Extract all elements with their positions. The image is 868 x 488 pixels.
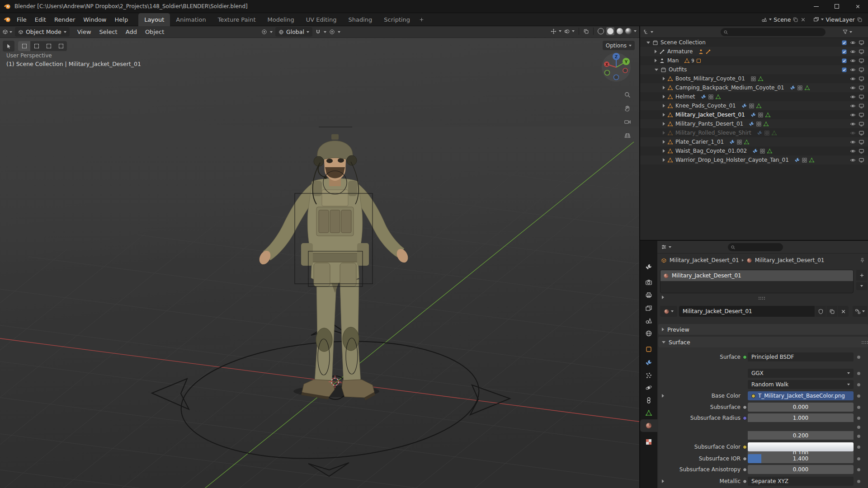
disable-render-icon[interactable] — [859, 139, 864, 145]
slot-specials-button[interactable] — [856, 282, 867, 290]
menu-edit[interactable]: Edit — [31, 13, 50, 26]
close-button[interactable] — [847, 0, 868, 13]
properties-search-input[interactable] — [728, 243, 783, 251]
use-nodes-button[interactable] — [853, 306, 867, 317]
xray-toggle-icon[interactable] — [583, 28, 589, 34]
decorator-dot[interactable] — [857, 480, 860, 483]
decorator-dot[interactable] — [857, 383, 860, 386]
outliner-row-armature[interactable]: Armature — [640, 47, 868, 56]
surface-shader-button[interactable]: Principled BSDF — [748, 352, 854, 361]
material-name-field[interactable]: Military_Jacket_Desert_01 — [679, 306, 815, 317]
decorator-dot[interactable] — [857, 426, 860, 429]
collection-checkbox[interactable] — [841, 40, 847, 46]
add-material-slot-button[interactable] — [856, 270, 867, 281]
disable-render-icon[interactable] — [859, 85, 864, 91]
hide-eye-icon[interactable] — [850, 112, 856, 118]
hide-eye-icon[interactable] — [850, 121, 856, 127]
tab-physics-icon[interactable] — [645, 384, 652, 391]
hide-eye-icon[interactable] — [850, 148, 856, 154]
select-mode-extend-button[interactable] — [30, 41, 42, 51]
outliner-row-object[interactable]: Waist_Bag_Coyote_01.002 — [640, 146, 868, 155]
hide-eye-icon[interactable] — [850, 85, 856, 91]
menu-help[interactable]: Help — [111, 13, 132, 26]
base-color-texture-field[interactable]: T_Military_Jacket_BaseColor.png — [748, 391, 854, 400]
view-layer-selector[interactable]: ViewLayer — [813, 16, 863, 23]
properties-editor-icon[interactable] — [661, 244, 667, 250]
tab-shading[interactable]: Shading — [342, 13, 378, 26]
tab-render-icon[interactable] — [645, 279, 652, 286]
hide-eye-icon[interactable] — [850, 67, 856, 73]
add-workspace-icon[interactable] — [419, 17, 425, 23]
tab-uv-editing[interactable]: UV Editing — [300, 13, 343, 26]
mode-dropdown[interactable]: Object Mode — [15, 27, 70, 37]
menu-file[interactable]: File — [13, 13, 31, 26]
snap-magnet-icon[interactable] — [315, 29, 321, 35]
decorator-dot[interactable] — [857, 394, 860, 398]
hide-eye-icon[interactable] — [850, 157, 856, 163]
proportional-editing-icon[interactable] — [329, 29, 335, 35]
viewport-menu-select[interactable]: Select — [95, 28, 122, 35]
outliner-row-scene-collection[interactable]: Scene Collection — [640, 38, 868, 47]
select-mode-intersect-button[interactable] — [55, 41, 67, 51]
disable-render-icon[interactable] — [859, 112, 864, 118]
active-tool-button[interactable] — [3, 41, 14, 52]
outliner-row-object[interactable]: Helmet — [640, 92, 868, 101]
tab-texture-paint[interactable]: Texture Paint — [212, 13, 262, 26]
3d-viewport[interactable]: Object Mode View Select Add Object Globa… — [0, 26, 639, 488]
panel-grip[interactable] — [862, 341, 863, 342]
disable-render-icon[interactable] — [859, 58, 864, 64]
shading-wireframe-button[interactable] — [598, 28, 604, 34]
list-resize-grip[interactable] — [759, 297, 760, 298]
camera-view-icon[interactable] — [624, 118, 631, 126]
outliner-row-active-object[interactable]: Military_Jacket_Desert_01 — [640, 110, 868, 119]
outliner-row-man[interactable]: Man 9 — [640, 56, 868, 65]
filter-funnel-icon[interactable] — [842, 29, 848, 35]
distribution-dropdown[interactable]: GGX — [748, 369, 854, 378]
tab-object-icon[interactable] — [645, 346, 652, 353]
disable-render-icon[interactable] — [859, 94, 864, 100]
subsurface-color-swatch[interactable] — [748, 442, 854, 451]
tab-object-data-icon[interactable] — [645, 409, 652, 417]
zoom-tool-icon[interactable] — [624, 91, 631, 99]
breadcrumb-material[interactable]: Military_Jacket_Desert_01 — [755, 257, 825, 263]
radius-x-field[interactable]: 1.000 — [748, 413, 854, 422]
disable-render-icon[interactable] — [859, 40, 864, 46]
outliner-row-object[interactable]: Warrior_Drop_Leg_Holster_Cayote_Tan_01 — [640, 155, 868, 164]
show-overlays-icon[interactable] — [564, 28, 570, 34]
tab-world-icon[interactable] — [645, 330, 652, 337]
outliner-row-hidden-object[interactable]: Military_Rolled_Sleeve_Shirt — [640, 128, 868, 137]
tool-options-dropdown[interactable]: Options — [603, 41, 635, 50]
viewport-menu-object[interactable]: Object — [141, 28, 168, 35]
decorator-dot[interactable] — [857, 435, 860, 438]
disable-render-icon[interactable] — [859, 148, 864, 154]
tab-animation[interactable]: Animation — [170, 13, 212, 26]
metallic-node-button[interactable]: Separate XYZ — [748, 477, 854, 486]
transform-pivot-icon[interactable] — [261, 29, 267, 35]
unlink-scene-icon[interactable] — [800, 17, 806, 23]
disable-render-icon[interactable] — [859, 67, 864, 73]
tab-texture-icon[interactable] — [645, 438, 652, 446]
new-scene-icon[interactable] — [793, 17, 798, 23]
decorator-dot[interactable] — [857, 446, 860, 449]
disable-render-icon[interactable] — [859, 157, 864, 163]
decorator-dot[interactable] — [857, 417, 860, 420]
tab-material-icon[interactable] — [645, 422, 652, 429]
select-mode-subtract-button[interactable] — [42, 41, 55, 51]
decorator-dot[interactable] — [857, 457, 860, 460]
hide-eye-icon[interactable] — [850, 49, 856, 55]
menu-render[interactable]: Render — [50, 13, 79, 26]
disable-render-icon[interactable] — [859, 49, 864, 55]
pan-hand-icon[interactable] — [624, 105, 631, 112]
decorator-dot[interactable] — [857, 468, 860, 471]
blender-app-menu-icon[interactable] — [4, 16, 11, 23]
minimize-button[interactable] — [806, 0, 826, 13]
outliner-row-object[interactable]: Camping_Backpack_Medium_Coyote_01 — [640, 83, 868, 92]
tab-constraints-icon[interactable] — [645, 397, 652, 404]
radius-y-field[interactable]: 0.200 — [748, 431, 854, 440]
decorator-dot[interactable] — [857, 372, 860, 375]
breadcrumb-object[interactable]: Military_Jacket_Desert_01 — [670, 257, 739, 263]
pin-icon[interactable] — [859, 258, 865, 263]
tab-scripting[interactable]: Scripting — [378, 13, 416, 26]
hide-eye-icon[interactable] — [850, 40, 856, 46]
outliner-row-object[interactable]: Plate_Carier_1_01 — [640, 137, 868, 146]
